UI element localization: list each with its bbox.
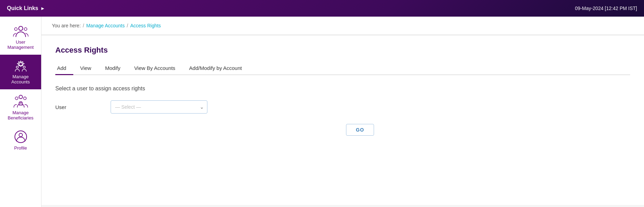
breadcrumb-link-manage-accounts[interactable]: Manage Accounts — [86, 23, 124, 28]
breadcrumb-you-are-here: You are here: — [52, 23, 81, 28]
svg-point-1 — [15, 28, 17, 30]
content-area: You are here: / Manage Accounts / Access… — [41, 17, 644, 207]
tab-view[interactable]: View — [73, 62, 98, 74]
sidebar-item-user-management[interactable]: UserManagement — [0, 20, 41, 55]
tab-add-modify-by-account[interactable]: Add/Modify by Account — [182, 62, 249, 74]
svg-point-11 — [19, 133, 22, 137]
form-section-title: Select a user to assign access rights — [55, 86, 630, 92]
svg-point-7 — [15, 97, 18, 100]
quick-links-label: Quick Links — [7, 5, 38, 11]
sidebar-item-manage-accounts[interactable]: ManageAccounts — [0, 55, 41, 89]
user-label: User — [55, 104, 111, 110]
svg-point-8 — [24, 97, 26, 100]
sidebar-manage-beneficiaries-label: ManageBeneficiaries — [8, 110, 33, 120]
breadcrumb-link-access-rights[interactable]: Access Rights — [130, 23, 161, 28]
tab-add[interactable]: Add — [55, 62, 73, 74]
datetime-display: 09-May-2024 [12:42 PM IST] — [575, 6, 637, 11]
svg-point-6 — [19, 95, 22, 99]
tabs-bar: Add View Modify View By Accounts Add/Mod… — [55, 62, 630, 75]
sidebar-user-management-label: UserManagement — [8, 39, 34, 50]
svg-point-0 — [19, 26, 23, 30]
sidebar: UserManagement ManageAccounts — [0, 17, 41, 207]
sidebar-item-manage-beneficiaries[interactable]: ManageBeneficiaries — [0, 89, 41, 125]
quick-links-button[interactable]: Quick Links ► — [7, 5, 45, 11]
form-section: Select a user to assign access rights Us… — [55, 86, 630, 136]
go-button[interactable]: GO — [346, 124, 374, 136]
tab-view-by-accounts[interactable]: View By Accounts — [127, 62, 182, 74]
sidebar-manage-accounts-label: ManageAccounts — [11, 74, 30, 84]
main-layout: UserManagement ManageAccounts — [0, 17, 644, 207]
svg-point-5 — [23, 66, 25, 68]
sidebar-profile-label: Profile — [14, 145, 27, 151]
breadcrumb-separator-2: / — [127, 23, 128, 28]
user-select[interactable]: — Select — — [111, 100, 207, 114]
sidebar-item-profile[interactable]: Profile — [0, 125, 41, 155]
user-form-row: User — Select — ⌄ — [55, 100, 630, 114]
user-select-wrapper: — Select — ⌄ — [111, 100, 207, 114]
quick-links-chevron-icon: ► — [40, 6, 45, 11]
topbar: Quick Links ► 09-May-2024 [12:42 PM IST] — [0, 0, 644, 17]
svg-point-4 — [16, 66, 18, 68]
breadcrumb: You are here: / Manage Accounts / Access… — [41, 17, 644, 35]
page-title: Access Rights — [55, 46, 630, 55]
go-button-row: GO — [90, 124, 630, 136]
tab-modify[interactable]: Modify — [98, 62, 127, 74]
breadcrumb-separator-1: / — [83, 23, 84, 28]
page-content: Access Rights Add View Modify View By Ac… — [41, 35, 644, 205]
svg-point-2 — [24, 28, 27, 30]
